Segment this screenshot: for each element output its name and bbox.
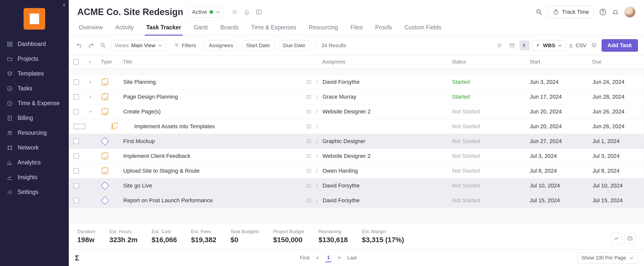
col-due[interactable]: Due bbox=[591, 59, 641, 65]
sidebar-item-settings[interactable]: Settings bbox=[0, 185, 69, 200]
panel-icon[interactable] bbox=[306, 80, 311, 85]
panel-icon[interactable] bbox=[306, 198, 311, 203]
tab-task-tracker[interactable]: Task Tracker bbox=[145, 21, 183, 35]
views-select[interactable]: Views Main View bbox=[111, 40, 166, 51]
col-type[interactable]: Type bbox=[99, 59, 121, 65]
row-checkbox[interactable] bbox=[74, 198, 79, 203]
app-logo[interactable] bbox=[24, 8, 45, 30]
table-row[interactable]: Page Design PlanningGrace MurrayStartedJ… bbox=[69, 90, 644, 104]
more-icon[interactable] bbox=[314, 198, 319, 203]
tab-overview[interactable]: Overview bbox=[77, 21, 104, 35]
tab-time-expenses[interactable]: Time & Expenses bbox=[250, 21, 298, 35]
table-row[interactable]: First MockupGraphic DesignerNot StartedJ… bbox=[69, 134, 644, 149]
panel-icon[interactable] bbox=[306, 168, 311, 173]
row-checkbox[interactable] bbox=[74, 79, 79, 85]
more-icon[interactable] bbox=[314, 94, 319, 99]
tab-custom-fields[interactable]: Custom Fields bbox=[403, 21, 443, 35]
card-view-icon[interactable] bbox=[507, 40, 517, 50]
tab-gantt[interactable]: Gantt bbox=[192, 21, 209, 35]
row-checkbox[interactable] bbox=[74, 153, 79, 159]
table-row[interactable]: Create Page(s)Website Designer 2Not Star… bbox=[69, 104, 644, 119]
chart-icon[interactable] bbox=[611, 233, 622, 244]
undo-icon[interactable] bbox=[75, 41, 83, 50]
more-icon[interactable] bbox=[314, 109, 319, 114]
expand-icon[interactable] bbox=[87, 104, 100, 119]
add-image-icon[interactable] bbox=[624, 233, 635, 244]
row-checkbox[interactable] bbox=[74, 139, 79, 144]
list-view-icon[interactable] bbox=[494, 40, 504, 50]
sidebar-item-analytics[interactable]: Analytics bbox=[0, 155, 69, 170]
select-all-checkbox[interactable] bbox=[73, 59, 79, 65]
alerts-bell-icon[interactable] bbox=[612, 9, 619, 16]
panel-icon[interactable] bbox=[306, 94, 311, 99]
sidebar-item-dashboard[interactable]: Dashboard bbox=[0, 37, 69, 51]
col-assignees[interactable]: Assignees bbox=[321, 59, 450, 65]
assignees-filter[interactable]: Assignees bbox=[204, 40, 238, 51]
panel-toggle-icon[interactable] bbox=[255, 9, 262, 15]
table-row[interactable]: Implement Assets into TemplatesNot Start… bbox=[69, 119, 644, 134]
filters-button[interactable]: Filters bbox=[170, 40, 201, 50]
table-row[interactable]: Implement Client FeedbackWebsite Designe… bbox=[69, 149, 644, 164]
more-icon[interactable] bbox=[314, 168, 319, 173]
notifications-bell-icon[interactable] bbox=[243, 9, 250, 15]
csv-export-button[interactable]: CSV bbox=[568, 42, 586, 48]
more-icon[interactable] bbox=[314, 183, 319, 188]
row-checkbox[interactable] bbox=[74, 124, 86, 129]
more-icon[interactable] bbox=[314, 154, 319, 159]
table-row[interactable]: Site go LiveDavid ForsytheNot StartedJul… bbox=[69, 178, 644, 193]
sidebar-collapse-icon[interactable] bbox=[62, 3, 66, 7]
wbs-select[interactable]: WBS bbox=[532, 40, 566, 51]
expand-icon[interactable] bbox=[87, 75, 100, 89]
expand-all-icon[interactable] bbox=[88, 60, 92, 64]
col-title[interactable]: Title bbox=[121, 59, 321, 65]
settings-gear-icon[interactable] bbox=[231, 9, 238, 15]
tab-files[interactable]: Files bbox=[349, 21, 364, 35]
sidebar-item-tasks[interactable]: Tasks bbox=[0, 81, 69, 96]
panel-icon[interactable] bbox=[306, 124, 311, 129]
help-icon[interactable] bbox=[599, 9, 606, 16]
col-start[interactable]: Start bbox=[528, 59, 591, 65]
panel-icon[interactable] bbox=[306, 183, 311, 188]
project-status-select[interactable]: Active bbox=[188, 7, 224, 18]
table-row[interactable]: Site PlanningDavid ForsytheStartedJun 3,… bbox=[69, 75, 644, 90]
pager-first[interactable]: First bbox=[300, 255, 309, 261]
redo-icon[interactable] bbox=[87, 41, 95, 50]
sidebar-item-templates[interactable]: Templates bbox=[0, 66, 69, 81]
row-checkbox[interactable] bbox=[74, 109, 79, 114]
layers-icon[interactable] bbox=[589, 40, 599, 50]
tab-proofs[interactable]: Proofs bbox=[374, 21, 393, 35]
sidebar-item-time-expense[interactable]: Time & Expense bbox=[0, 96, 69, 111]
sidebar-item-network[interactable]: Network bbox=[0, 140, 69, 155]
table-row[interactable]: Upload Site to Staging & RouteOwen Hardi… bbox=[69, 164, 644, 178]
tab-activity[interactable]: Activity bbox=[114, 21, 135, 35]
more-icon[interactable] bbox=[314, 139, 319, 144]
track-time-button[interactable]: Track Time bbox=[548, 6, 594, 18]
sigma-icon[interactable]: Σ bbox=[75, 254, 79, 262]
start-date-filter[interactable]: Start Date bbox=[241, 40, 275, 51]
tab-resourcing[interactable]: Resourcing bbox=[307, 21, 339, 35]
row-checkbox[interactable] bbox=[74, 183, 79, 188]
sidebar-item-billing[interactable]: Billing bbox=[0, 111, 69, 125]
sidebar-item-insights[interactable]: Insights bbox=[0, 170, 69, 185]
more-icon[interactable] bbox=[314, 124, 319, 129]
pager-next[interactable]: > bbox=[338, 255, 341, 261]
add-task-button[interactable]: Add Task bbox=[602, 39, 638, 52]
more-icon[interactable] bbox=[314, 80, 319, 85]
panel-icon[interactable] bbox=[306, 154, 311, 159]
panel-icon[interactable] bbox=[306, 109, 311, 114]
panel-icon[interactable] bbox=[306, 139, 311, 144]
row-checkbox[interactable] bbox=[74, 94, 79, 100]
per-page-select[interactable]: Show 100 Per Page bbox=[577, 252, 638, 263]
pager-prev[interactable]: < bbox=[316, 255, 319, 261]
user-avatar[interactable] bbox=[624, 7, 635, 18]
tab-boards[interactable]: Boards bbox=[219, 21, 240, 35]
row-checkbox[interactable] bbox=[74, 168, 79, 174]
search-tasks-icon[interactable] bbox=[99, 41, 107, 50]
search-icon[interactable] bbox=[536, 9, 543, 16]
sidebar-item-resourcing[interactable]: Resourcing bbox=[0, 125, 69, 140]
col-status[interactable]: Status bbox=[450, 59, 528, 65]
pager-last[interactable]: Last bbox=[347, 255, 357, 261]
table-row[interactable]: Report on Post Launch PerformanceDavid F… bbox=[69, 193, 644, 208]
dependency-view-icon[interactable] bbox=[520, 40, 530, 50]
sidebar-item-projects[interactable]: Projects bbox=[0, 51, 69, 66]
